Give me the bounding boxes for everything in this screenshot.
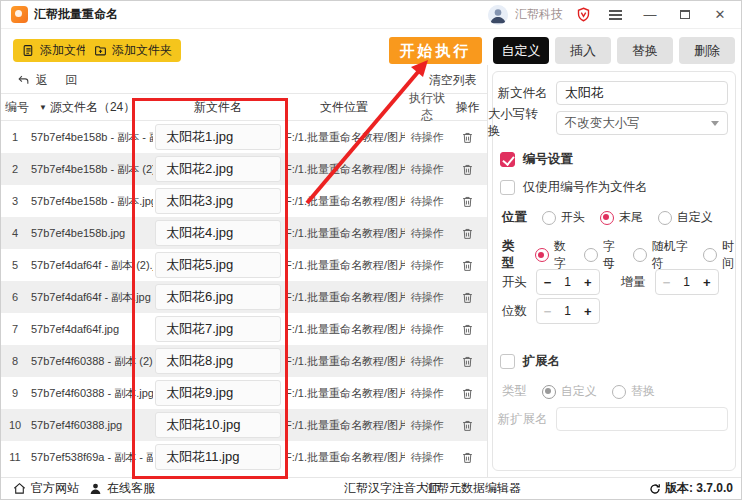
toolbar: 添加文件 添加文件夹 开始执行 自定义 插入 替换 删除 [1,29,741,65]
radio-ext-custom: 自定义 [542,383,597,400]
radio-type-time[interactable]: 时间 [703,238,741,272]
radio-position-custom[interactable]: 自定义 [658,209,713,226]
minus-icon[interactable]: − [544,276,552,289]
vip-badge-icon[interactable] [576,7,591,22]
settings-panel: 新文件名 太阳花 大小写转换 不改变大小写 编号设置 仅使用编号作为文件名 位置… [488,65,741,479]
table-row: 7 57b7ef4daf64f.jpg 太阳花7.jpg F:/1.批量重命名教… [1,313,487,345]
numbering-checkbox-row[interactable]: 编号设置 [500,151,573,168]
delete-row-icon[interactable] [458,127,478,147]
row-index: 4 [1,227,29,239]
app-title: 汇帮批量重命名 [34,6,118,23]
start-number-stepper: − 1 + [536,269,600,295]
maximize-icon[interactable] [674,5,696,25]
delete-row-icon[interactable] [458,287,478,307]
back-button[interactable]: 返 回 [17,72,84,89]
only-number-checkbox[interactable] [500,180,515,195]
user-avatar[interactable] [488,5,508,25]
type-radio-row: 类型 数字 字母 随机字符 时间 [502,238,741,272]
delete-row-icon[interactable] [458,415,478,435]
minimize-icon[interactable]: — [639,5,661,25]
add-folder-button[interactable]: 添加文件夹 [85,39,181,62]
plus-icon[interactable]: + [584,276,592,289]
delete-row-icon[interactable] [458,319,478,339]
row-new-name-input[interactable]: 太阳花11.jpg [155,444,281,470]
type-label: 类型 [502,238,524,272]
plus-icon[interactable]: + [584,305,592,318]
row-index: 6 [1,291,29,303]
row-status: 待操作 [405,322,449,337]
table-row: 4 57b7ef4be158b.jpg 太阳花4.jpg F:/1.批量重命名教… [1,217,487,249]
start-number-label: 开头 [502,274,527,291]
mode-tabs: 自定义 插入 替换 删除 [493,37,735,64]
minus-icon[interactable]: − [544,305,552,318]
add-folder-label: 添加文件夹 [112,42,172,59]
only-number-checkbox-row[interactable]: 仅使用编号作为文件名 [500,179,648,196]
clear-list-button[interactable]: 清空列表 [429,72,477,89]
row-new-name-input[interactable]: 太阳花5.jpg [155,252,281,278]
tab-delete[interactable]: 删除 [679,37,735,64]
row-status: 待操作 [405,450,449,465]
list-subbar: 返 回 清空列表 [1,65,487,93]
extension-checkbox-row[interactable]: 扩展名 [500,353,561,370]
plus-icon[interactable]: + [703,276,711,289]
row-new-name-input[interactable]: 太阳花3.jpg [155,188,281,214]
delete-row-icon[interactable] [458,159,478,179]
close-icon[interactable]: ✕ [709,5,731,25]
row-location: F:/1.批量重命名教程/图片1/57b7e [283,450,405,465]
row-status: 待操作 [405,354,449,369]
delete-row-icon[interactable] [458,383,478,403]
tab-replace[interactable]: 替换 [617,37,673,64]
radio-position-start[interactable]: 开头 [542,209,585,226]
row-status: 待操作 [405,418,449,433]
row-location: F:/1.批量重命名教程/图片1/57b7e [283,354,405,369]
extension-checkbox[interactable] [500,354,515,369]
metadata-editor-link[interactable]: 汇帮元数据编辑器 [425,480,521,497]
radio-type-letter[interactable]: 字母 [584,238,622,272]
menu-icon[interactable] [604,5,626,25]
row-new-name-input[interactable]: 太阳花6.jpg [155,284,281,310]
radio-type-number[interactable]: 数字 [535,238,573,272]
back-arrow-icon [17,74,30,87]
row-location: F:/1.批量重命名教程/图片1/57b7e [283,290,405,305]
digits-label: 位数 [502,303,527,320]
version-info: 版本: 3.7.0.0 [649,480,733,497]
delete-row-icon[interactable] [458,191,478,211]
new-extension-input [556,407,728,431]
radio-type-random[interactable]: 随机字符 [633,238,692,272]
header-source-name[interactable]: ▼ 源文件名（24） [37,99,153,116]
row-new-name-input[interactable]: 太阳花7.jpg [155,316,281,342]
row-new-name-input[interactable]: 太阳花2.jpg [155,156,281,182]
online-service-link[interactable]: 在线客服 [89,480,155,497]
new-name-input[interactable]: 太阳花 [556,81,728,105]
tab-custom[interactable]: 自定义 [493,37,549,64]
row-new-name-input[interactable]: 太阳花4.jpg [155,220,281,246]
numbering-checkbox[interactable] [500,152,515,167]
titlebar: 汇帮批量重命名 汇帮科技 — ✕ [1,1,741,29]
delete-row-icon[interactable] [458,255,478,275]
tab-insert[interactable]: 插入 [555,37,611,64]
row-location: F:/1.批量重命名教程/图片1/57b7e [283,386,405,401]
statusbar: 官方网站 在线客服 汇帮汉字注音大师 汇帮元数据编辑器 版本: 3.7.0.0 [1,477,742,499]
official-site-link[interactable]: 官方网站 [13,480,79,497]
delete-row-icon[interactable] [458,447,478,467]
digits-row: 位数 − 1 + [502,298,600,324]
table-header: 编号 ▼ 源文件名（24） 新文件名 文件位置 执行状态 操作 [1,93,487,121]
row-new-name-input[interactable]: 太阳花8.jpg [155,348,281,374]
minus-icon[interactable]: − [663,276,671,289]
case-convert-select[interactable]: 不改变大小写 [556,111,728,135]
delete-row-icon[interactable] [458,223,478,243]
row-new-name-input[interactable]: 太阳花10.jpg [155,412,281,438]
delete-row-icon[interactable] [458,351,478,371]
account-name[interactable]: 汇帮科技 [515,6,563,23]
file-list-panel: 返 回 清空列表 编号 ▼ 源文件名（24） 新文件名 文件位置 执行状态 操作… [1,65,488,479]
row-status: 待操作 [405,258,449,273]
row-source-name: 57b7ef4be158b - 副本 - 副本.jpg [29,130,153,145]
start-execute-button[interactable]: 开始执行 [389,37,482,64]
row-location: F:/1.批量重命名教程/图片1/57b7e [283,322,405,337]
update-refresh-icon[interactable] [649,483,661,495]
radio-position-end[interactable]: 末尾 [600,209,643,226]
row-source-name: 57b7ef4be158b - 副本 (2).jpg [29,162,153,177]
row-new-name-input[interactable]: 太阳花1.jpg [155,124,281,150]
row-new-name-input[interactable]: 太阳花9.jpg [155,380,281,406]
table-row: 10 57b7ef4f60388.jpg 太阳花10.jpg F:/1.批量重命… [1,409,487,441]
